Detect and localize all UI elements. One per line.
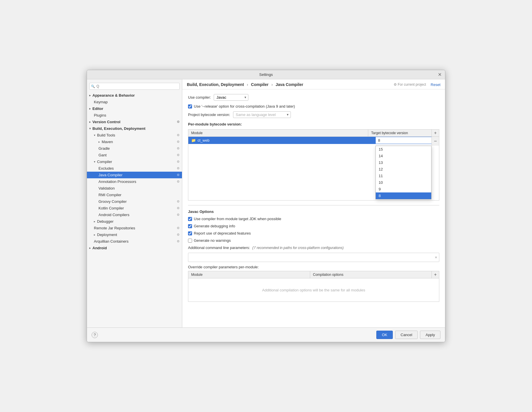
compiler-select[interactable]: Javac Eclipse Ajc	[214, 94, 248, 101]
version-option-14[interactable]: 14	[376, 153, 431, 159]
override-section: Override compiler parameters per-module:…	[188, 265, 439, 302]
module-row[interactable]: 📁 ct_web ▼	[188, 137, 439, 144]
gen-no-warnings-checkbox[interactable]	[188, 239, 192, 243]
sidebar-item-badge: ⚙	[177, 147, 180, 150]
sidebar-item-excludes[interactable]: Excludes⚙	[87, 165, 182, 172]
module-table-header: Module Target bytecode version +	[188, 130, 439, 137]
bytecode-select[interactable]: Same as language level	[233, 111, 291, 118]
use-module-jdk-label: Use compiler from module target JDK when…	[194, 217, 281, 221]
sidebar-item-appearance[interactable]: ▸Appearance & Behavior	[87, 92, 182, 99]
apply-button[interactable]: Apply	[420, 331, 440, 339]
sidebar-item-badge: ⚙	[177, 166, 180, 170]
sidebar-item-kotlin-compiler[interactable]: Kotlin Compiler⚙	[87, 205, 182, 211]
version-option-15[interactable]: 15	[376, 146, 431, 153]
version-option-8[interactable]: 8	[376, 192, 431, 199]
breadcrumb-sep2: ›	[271, 82, 273, 87]
sidebar-item-badge: ⚙	[177, 133, 180, 137]
version-option-12[interactable]: 12	[376, 166, 431, 173]
gen-debug-checkbox[interactable]	[188, 224, 192, 228]
sidebar-item-label: Editor	[92, 106, 103, 111]
sidebar-item-debugger[interactable]: ▸Debugger	[87, 218, 182, 225]
javac-section-title: Javac Options	[188, 209, 439, 214]
cmd-input-wrapper: ✕	[188, 253, 439, 262]
sidebar-item-label: Excludes	[98, 166, 114, 171]
close-button[interactable]: ✕	[438, 72, 442, 77]
sidebar-item-maven[interactable]: ▸Maven⚙	[87, 138, 182, 145]
chevron-icon: ▸	[89, 107, 91, 110]
sidebar-item-build-tools[interactable]: ▾Build Tools⚙	[87, 132, 182, 138]
sidebar-item-label: RMI Compiler	[98, 193, 121, 197]
sidebar-item-editor[interactable]: ▸Editor	[87, 105, 182, 112]
search-box: 🔍	[89, 83, 180, 90]
cmd-input-clear[interactable]: ✕	[435, 256, 437, 259]
sidebar-item-badge: ⚙	[177, 226, 180, 230]
sidebar-item-badge: ⚙	[177, 140, 180, 144]
version-option-13[interactable]: 13	[376, 159, 431, 166]
title-bar: Settings ✕	[87, 70, 445, 79]
sidebar-item-label: Build, Execution, Deployment	[92, 126, 145, 131]
use-compiler-label: Use compiler:	[188, 95, 211, 100]
cross-compile-checkbox[interactable]	[188, 104, 192, 108]
sidebar-item-android[interactable]: ▸Android	[87, 245, 182, 251]
report-deprecated-checkbox[interactable]	[188, 231, 192, 235]
sidebar-item-label: Appearance & Behavior	[92, 93, 135, 98]
breadcrumb-part1: Build, Execution, Deployment	[187, 82, 244, 87]
add-override-button[interactable]: +	[431, 271, 439, 278]
sidebar-item-java-compiler[interactable]: Java Compiler⚙	[87, 172, 182, 178]
gen-debug-row: Generate debugging info	[188, 224, 439, 228]
additional-cmd-note: ('/' recommended in paths for cross-plat…	[252, 246, 344, 250]
override-options-col: Compilation options	[310, 271, 432, 278]
content-area: 🔍 ▸Appearance & BehaviorKeymap▸EditorPlu…	[87, 79, 445, 327]
sidebar-item-plugins[interactable]: Plugins	[87, 112, 182, 119]
sidebar-item-gradle[interactable]: Gradle⚙	[87, 145, 182, 152]
report-deprecated-row: Report use of deprecated features	[188, 231, 439, 235]
main-panel: Build, Execution, Deployment › Compiler …	[182, 79, 445, 327]
gen-debug-label: Generate debugging info	[194, 224, 235, 228]
settings-content: Use compiler: Javac Eclipse Ajc ▼ Use '-…	[182, 89, 445, 327]
version-option-10[interactable]: 10	[376, 179, 431, 186]
sidebar-item-badge: ⚙	[177, 180, 180, 183]
sidebar-item-label: Keymap	[94, 100, 108, 104]
sidebar-item-arquillian[interactable]: Arquillian Containers⚙	[87, 238, 182, 245]
sidebar-item-android-compilers[interactable]: Android Compilers⚙	[87, 211, 182, 218]
sidebar-item-version-control[interactable]: ▸Version Control⚙	[87, 119, 182, 125]
gen-no-warnings-label: Generate no warnings	[194, 238, 231, 243]
reset-link[interactable]: Reset	[431, 83, 440, 87]
sidebar-item-label: Kotlin Compiler	[98, 206, 124, 210]
sidebar-item-badge: ⚙	[177, 233, 180, 237]
add-module-button[interactable]: +	[431, 130, 439, 136]
sidebar-item-rmi-compiler[interactable]: RMI Compiler	[87, 192, 182, 198]
module-table-wrapper: Module Target bytecode version + 📁 ct_we…	[188, 129, 439, 201]
sidebar-item-validation[interactable]: Validation	[87, 185, 182, 192]
module-target-input[interactable]	[376, 137, 431, 144]
sidebar-item-label: Annotation Processors	[98, 179, 136, 184]
version-option-11[interactable]: 11	[376, 173, 431, 179]
sidebar-item-keymap[interactable]: Keymap	[87, 99, 182, 105]
sidebar: 🔍 ▸Appearance & BehaviorKeymap▸EditorPlu…	[87, 79, 182, 327]
remove-module-button[interactable]: −	[431, 137, 439, 146]
sidebar-item-label: Validation	[98, 186, 115, 190]
use-module-jdk-checkbox[interactable]	[188, 217, 192, 221]
ok-button[interactable]: OK	[376, 331, 393, 339]
sidebar-item-groovy-compiler[interactable]: Groovy Compiler⚙	[87, 198, 182, 205]
cmd-input[interactable]	[191, 255, 437, 260]
chevron-icon: ▾	[89, 127, 91, 130]
sidebar-item-gant[interactable]: Gant⚙	[87, 152, 182, 158]
cancel-button[interactable]: Cancel	[395, 331, 418, 339]
sidebar-item-remote-jar[interactable]: Remote Jar Repositories⚙	[87, 225, 182, 231]
sidebar-item-annotation-processors[interactable]: Annotation Processors⚙	[87, 178, 182, 185]
sidebar-item-label: Android	[92, 246, 107, 250]
sidebar-item-label: Build Tools	[97, 133, 115, 137]
version-option-9[interactable]: 9	[376, 186, 431, 192]
sidebar-item-compiler[interactable]: ▾Compiler⚙	[87, 158, 182, 165]
for-current-project: ⚙ For current project	[394, 83, 426, 87]
sidebar-item-badge: ⚙	[177, 200, 180, 203]
help-button[interactable]: ?	[92, 332, 98, 338]
breadcrumb: Build, Execution, Deployment › Compiler …	[187, 82, 303, 87]
use-compiler-row: Use compiler: Javac Eclipse Ajc ▼	[188, 94, 439, 101]
sidebar-item-build-execution[interactable]: ▾Build, Execution, Deployment	[87, 125, 182, 132]
search-input[interactable]	[89, 83, 180, 90]
sidebar-item-deployment[interactable]: ▸Deployment⚙	[87, 231, 182, 238]
module-name-cell: 📁 ct_web	[188, 137, 375, 144]
module-name-label: ct_web	[198, 138, 209, 143]
